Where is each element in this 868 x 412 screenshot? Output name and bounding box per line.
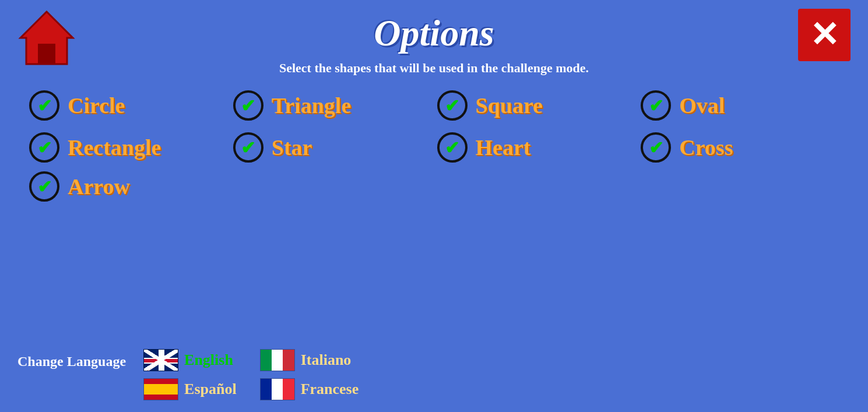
- svg-line-3: [144, 350, 178, 371]
- language-label-francese: Francese: [301, 381, 359, 398]
- checkmark-square: ✔: [445, 96, 459, 116]
- shape-item-triangle[interactable]: ✔ Triangle: [233, 90, 431, 121]
- language-label-italiano: Italiano: [301, 351, 352, 369]
- change-language-label: Change Language: [17, 354, 126, 369]
- checkmark-arrow: ✔: [37, 177, 52, 197]
- shapes-row3: ✔ Arrow: [29, 171, 868, 202]
- shape-label-star: Star: [272, 135, 312, 160]
- checkbox-square[interactable]: ✔: [437, 90, 468, 121]
- svg-line-4: [144, 350, 178, 371]
- svg-line-6: [144, 350, 178, 371]
- shape-label-rectangle: Rectangle: [68, 135, 161, 160]
- shape-label-oval: Oval: [679, 93, 725, 118]
- language-item-italiano[interactable]: Italiano: [260, 349, 359, 371]
- shape-item-rectangle[interactable]: ✔ Rectangle: [29, 132, 227, 163]
- language-item-francese[interactable]: Francese: [260, 378, 359, 400]
- flag-spain: [143, 378, 178, 400]
- flag-uk: [143, 349, 178, 371]
- svg-rect-9: [160, 350, 163, 371]
- shape-label-circle: Circle: [68, 93, 125, 118]
- svg-line-5: [144, 350, 178, 371]
- checkbox-oval[interactable]: ✔: [641, 90, 671, 121]
- checkmark-star: ✔: [241, 138, 255, 158]
- close-button[interactable]: ✕: [798, 9, 851, 61]
- checkbox-rectangle[interactable]: ✔: [29, 132, 59, 163]
- shape-item-cross[interactable]: ✔ Cross: [641, 132, 839, 163]
- language-item-espanol[interactable]: Español: [143, 378, 237, 400]
- language-label-english: English: [184, 351, 233, 369]
- checkbox-triangle[interactable]: ✔: [233, 90, 263, 121]
- checkmark-heart: ✔: [445, 138, 459, 158]
- checkbox-arrow[interactable]: ✔: [29, 171, 59, 202]
- shape-label-heart: Heart: [476, 135, 531, 160]
- flag-italy: [260, 349, 295, 371]
- shape-label-square: Square: [476, 93, 543, 118]
- svg-rect-1: [38, 44, 55, 64]
- checkmark-oval: ✔: [649, 96, 663, 116]
- checkmark-circle: ✔: [37, 96, 52, 116]
- checkbox-cross[interactable]: ✔: [641, 132, 671, 163]
- shape-item-square[interactable]: ✔ Square: [437, 90, 635, 121]
- shapes-grid: ✔ Circle ✔ Triangle ✔ Square ✔ Oval ✔ Re…: [29, 90, 839, 163]
- shape-item-heart[interactable]: ✔ Heart: [437, 132, 635, 163]
- svg-rect-7: [159, 350, 164, 371]
- home-button[interactable]: [17, 9, 76, 67]
- svg-rect-10: [144, 359, 178, 362]
- shape-label-triangle: Triangle: [272, 93, 352, 118]
- checkmark-rectangle: ✔: [37, 138, 52, 158]
- shape-item-star[interactable]: ✔ Star: [233, 132, 431, 163]
- shape-item-arrow[interactable]: ✔ Arrow: [29, 171, 130, 202]
- language-item-english[interactable]: English: [143, 349, 237, 371]
- page-title: Options: [0, 0, 868, 55]
- checkbox-heart[interactable]: ✔: [437, 132, 468, 163]
- subtitle-text: Select the shapes that will be used in t…: [0, 61, 868, 76]
- shape-item-circle[interactable]: ✔ Circle: [29, 90, 227, 121]
- shape-label-cross: Cross: [679, 135, 733, 160]
- checkbox-circle[interactable]: ✔: [29, 90, 59, 121]
- checkmark-cross: ✔: [649, 138, 663, 158]
- flag-france: [260, 378, 295, 400]
- shape-item-oval[interactable]: ✔ Oval: [641, 90, 839, 121]
- svg-rect-2: [144, 350, 178, 371]
- language-section: Change Language English: [17, 349, 359, 400]
- close-icon: ✕: [810, 17, 839, 52]
- shape-label-arrow: Arrow: [68, 174, 130, 199]
- checkbox-star[interactable]: ✔: [233, 132, 263, 163]
- svg-rect-8: [144, 358, 178, 364]
- language-label-espanol: Español: [184, 381, 237, 398]
- checkmark-triangle: ✔: [241, 96, 255, 116]
